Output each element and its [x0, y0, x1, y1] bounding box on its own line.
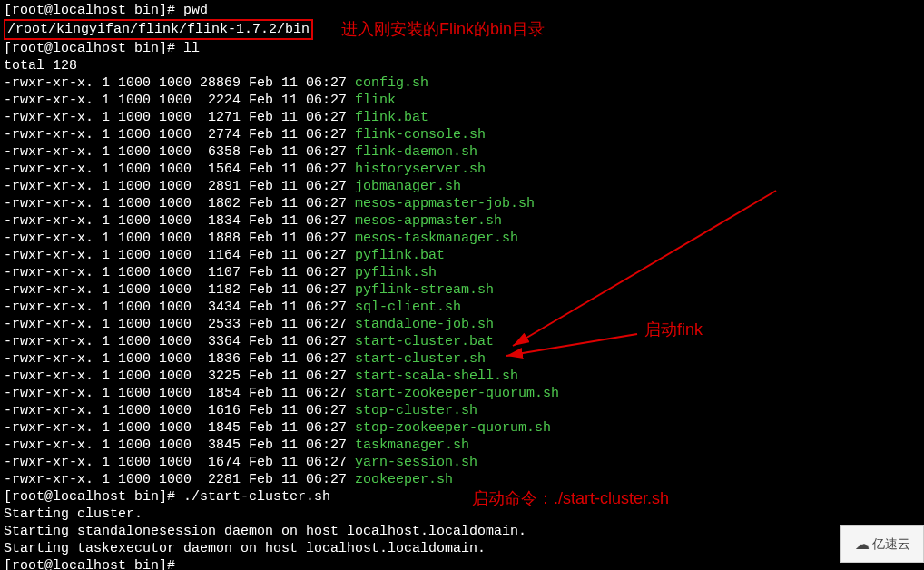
- logo-text: 亿速云: [872, 536, 910, 553]
- logo-badge: ☁ 亿速云: [840, 525, 924, 563]
- cloud-icon: ☁: [855, 536, 870, 553]
- terminal-output[interactable]: [root@localhost bin]# pwd /root/kingyifa…: [0, 0, 924, 570]
